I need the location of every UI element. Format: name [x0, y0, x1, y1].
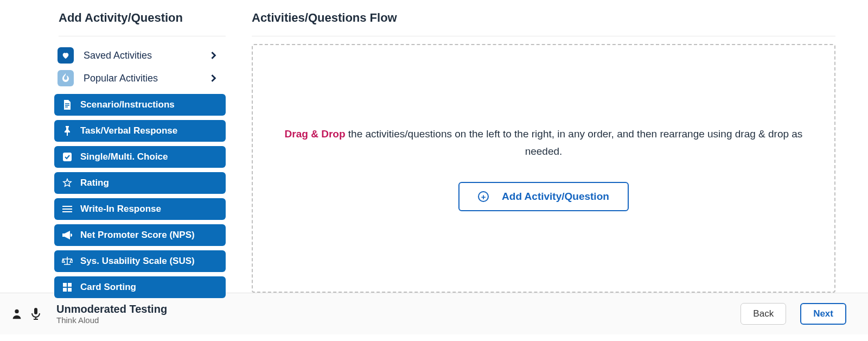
activity-task-verbal[interactable]: Task/Verbal Response: [54, 120, 226, 142]
mic-icon: [30, 307, 41, 320]
flow-panel: Activities/Questions Flow Drag & Drop th…: [239, 0, 868, 293]
check-icon: [62, 152, 73, 162]
category-saved-activities[interactable]: Saved Activities: [54, 44, 226, 67]
dropzone-emphasis: Drag & Drop: [285, 128, 346, 140]
footer-text: Unmoderated Testing Think Aloud: [56, 303, 167, 325]
activity-label: Single/Multi. Choice: [80, 151, 168, 162]
dropzone-rest: the activities/questions on the left to …: [346, 128, 803, 157]
add-activity-button-label: Add Activity/Question: [502, 191, 609, 203]
plus-circle-icon: +: [478, 191, 489, 202]
svg-rect-0: [63, 153, 72, 161]
footer-bar: Unmoderated Testing Think Aloud Back Nex…: [0, 293, 868, 334]
svg-rect-1: [63, 283, 67, 287]
person-icon: [11, 308, 23, 320]
megaphone-icon: [62, 231, 73, 239]
category-popular-activities[interactable]: Popular Activities: [54, 67, 226, 90]
activity-write-in[interactable]: Write-In Response: [54, 198, 226, 220]
star-icon: [62, 178, 73, 188]
flow-dropzone[interactable]: Drag & Drop the activities/questions on …: [252, 44, 835, 293]
add-activity-button[interactable]: + Add Activity/Question: [458, 182, 629, 211]
category-label: Saved Activities: [84, 50, 152, 61]
activity-card-sorting[interactable]: Card Sorting: [54, 276, 226, 298]
activity-label: Write-In Response: [80, 204, 161, 214]
activity-label: Card Sorting: [80, 282, 136, 293]
svg-rect-3: [63, 288, 67, 292]
activity-single-multi-choice[interactable]: Single/Multi. Choice: [54, 146, 226, 168]
svg-point-5: [15, 310, 18, 313]
svg-rect-6: [34, 308, 37, 314]
category-label: Popular Activities: [84, 73, 158, 84]
svg-rect-4: [68, 288, 72, 292]
activity-label: Rating: [80, 178, 109, 188]
add-activity-panel: Add Activity/Question Saved Activities P…: [0, 0, 239, 293]
flow-title: Activities/Questions Flow: [252, 11, 835, 36]
next-button-label: Next: [813, 308, 833, 319]
activity-sus[interactable]: Sys. Usability Scale (SUS): [54, 250, 226, 272]
activity-nps[interactable]: Net Promoter Score (NPS): [54, 224, 226, 246]
activity-label: Scenario/Instructions: [80, 99, 175, 110]
chevron-right-icon: [210, 74, 217, 82]
next-button[interactable]: Next: [800, 303, 846, 325]
scale-icon: [62, 257, 73, 266]
activity-label: Net Promoter Score (NPS): [80, 230, 195, 241]
dropzone-instruction: Drag & Drop the activities/questions on …: [275, 125, 813, 161]
footer-subtitle: Think Aloud: [56, 315, 167, 325]
footer-title: Unmoderated Testing: [56, 303, 167, 315]
activity-list: Scenario/Instructions Task/Verbal Respon…: [54, 94, 226, 298]
activity-rating[interactable]: Rating: [54, 172, 226, 194]
flame-icon: [58, 70, 74, 86]
back-button[interactable]: Back: [741, 303, 786, 325]
activity-label: Task/Verbal Response: [80, 125, 177, 136]
grid-icon: [62, 283, 73, 292]
svg-rect-2: [68, 283, 72, 287]
activity-label: Sys. Usability Scale (SUS): [80, 256, 195, 267]
pin-icon: [62, 126, 73, 136]
lines-icon: [62, 205, 73, 213]
doc-icon: [62, 100, 73, 110]
activity-scenario-instructions[interactable]: Scenario/Instructions: [54, 94, 226, 116]
back-button-label: Back: [753, 308, 774, 319]
heart-icon: [58, 47, 74, 64]
chevron-right-icon: [210, 52, 217, 59]
add-activity-title: Add Activity/Question: [59, 11, 226, 36]
